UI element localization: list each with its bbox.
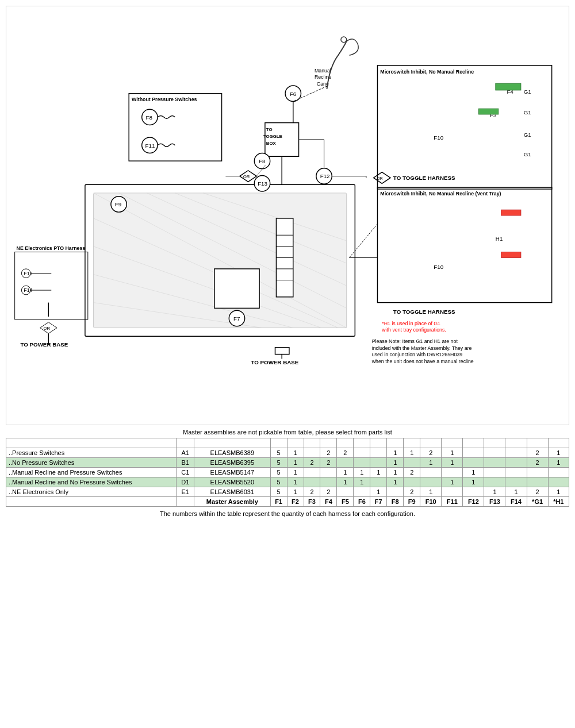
row-value-F4	[320, 477, 337, 487]
svg-text:TO POWER BASE: TO POWER BASE	[20, 341, 68, 348]
svg-text:Microswitch Inhibit, No Manual: Microswitch Inhibit, No Manual Recline	[380, 69, 474, 75]
row-value-F4	[320, 468, 337, 477]
row-id: B1	[177, 458, 194, 468]
row-value-*H1: 1	[548, 487, 569, 497]
svg-text:TOGGLE: TOGGLE	[263, 134, 282, 139]
row-value-*H1: 1	[548, 458, 569, 468]
col-footer-f3: F3	[304, 497, 320, 507]
row-value-F6: 1	[354, 468, 370, 477]
row-value-*G1	[527, 477, 548, 487]
col-header-title: Tilt through Toggle with...	[6, 438, 177, 448]
col-footer-f14: F14	[505, 497, 527, 507]
row-value-F11: 1	[442, 448, 463, 458]
row-value-F8: 1	[387, 468, 404, 477]
svg-text:OR: OR	[377, 176, 383, 180]
svg-text:NE Electronics PTO Harness: NE Electronics PTO Harness	[17, 245, 86, 251]
row-value-F10: 2	[420, 448, 442, 458]
row-value-F5: 1	[337, 468, 354, 477]
col-footer-title	[6, 497, 177, 507]
row-id: D1	[177, 477, 194, 487]
row-value-F14	[505, 448, 527, 458]
col-header-f5: F5	[337, 438, 354, 448]
row-value-F6: 1	[354, 477, 370, 487]
row-value-F14: 1	[505, 487, 527, 497]
svg-text:Microswitch Inhibit, No Manual: Microswitch Inhibit, No Manual Recline (…	[380, 191, 501, 197]
row-value-F2: 1	[287, 468, 304, 477]
row-value-F7: 1	[370, 487, 387, 497]
row-value-F3: 2	[304, 458, 320, 468]
row-value-F6	[354, 487, 370, 497]
svg-text:F7: F7	[233, 315, 240, 322]
row-value-F3	[304, 448, 320, 458]
row-master-assembly: ELEASMB5520	[194, 477, 271, 487]
row-value-F11: 1	[442, 477, 463, 487]
row-value-*G1: 2	[527, 458, 548, 468]
parts-table: Tilt through Toggle with... Master Assem…	[6, 438, 569, 507]
row-value-F7	[370, 458, 387, 468]
row-value-*H1	[548, 468, 569, 477]
row-value-F4: 2	[320, 487, 337, 497]
row-value-F9: 2	[404, 487, 420, 497]
note-above-table: Master assemblies are not pickable from …	[6, 429, 569, 436]
col-footer-f5: F5	[337, 497, 354, 507]
row-value-F7	[370, 477, 387, 487]
col-footer-f8: F8	[387, 497, 404, 507]
row-value-F13	[484, 477, 505, 487]
row-value-F6	[354, 448, 370, 458]
row-value-F8	[387, 487, 404, 497]
col-header-f6: F6	[354, 438, 370, 448]
col-footer-master: Master Assembly	[194, 497, 271, 507]
row-value-*G1: 2	[527, 487, 548, 497]
row-master-assembly: ELEASMB6389	[194, 448, 271, 458]
svg-text:OR: OR	[243, 174, 250, 179]
svg-text:F11: F11	[145, 142, 155, 149]
col-footer-g1: *G1	[527, 497, 548, 507]
row-value-F3: 2	[304, 487, 320, 497]
row-value-F2: 1	[287, 448, 304, 458]
col-header-f11: F11	[442, 438, 463, 448]
wiring-diagram: NE Electronics PTO Harness F13 F14 OR TO…	[6, 6, 569, 425]
row-value-F4: 2	[320, 448, 337, 458]
svg-text:G1: G1	[524, 109, 531, 115]
svg-rect-79	[496, 83, 521, 90]
row-value-F5: 1	[337, 477, 354, 487]
row-value-F8: 1	[387, 448, 404, 458]
row-value-F9: 2	[404, 468, 420, 477]
svg-text:F13: F13	[258, 180, 267, 187]
svg-text:F8: F8	[259, 158, 265, 164]
row-label: ..NE Electronics Only	[6, 487, 177, 497]
svg-text:*H1 is used in place of G1: *H1 is used in place of G1	[382, 321, 440, 326]
row-value-F9	[404, 477, 420, 487]
row-id: C1	[177, 468, 194, 477]
svg-text:G1: G1	[524, 151, 531, 157]
col-footer-f4: F4	[320, 497, 337, 507]
row-value-F3	[304, 468, 320, 477]
row-value-F13	[484, 458, 505, 468]
col-footer-f1: F1	[270, 497, 287, 507]
row-value-F13	[484, 448, 505, 458]
svg-text:G1: G1	[524, 132, 531, 138]
col-footer-f7: F7	[370, 497, 387, 507]
footer-note: The numbers within the table represent t…	[6, 510, 569, 517]
row-value-F12	[463, 448, 484, 458]
row-value-F13: 1	[484, 487, 505, 497]
row-value-F12: 1	[463, 468, 484, 477]
row-label: ..Pressure Switches	[6, 448, 177, 458]
row-id: E1	[177, 487, 194, 497]
row-value-F1: 5	[270, 458, 287, 468]
row-value-F6	[354, 458, 370, 468]
col-header-f1: F1	[270, 438, 287, 448]
table-row: ..NE Electronics OnlyE1ELEASMB6031512212…	[6, 487, 569, 497]
col-header-f7: F7	[370, 438, 387, 448]
row-value-F3	[304, 477, 320, 487]
row-value-*G1	[527, 468, 548, 477]
svg-rect-91	[501, 252, 521, 258]
svg-text:F12: F12	[320, 173, 330, 179]
row-value-F10: 1	[420, 458, 442, 468]
table-row: ..Manual Recline and No Pressure Switche…	[6, 477, 569, 487]
row-label: ..Manual Recline and No Pressure Switche…	[6, 477, 177, 487]
svg-text:TO: TO	[266, 127, 273, 132]
col-header-g1: *G1	[527, 438, 548, 448]
row-master-assembly: ELEASMB5147	[194, 468, 271, 477]
row-value-F10	[420, 477, 442, 487]
